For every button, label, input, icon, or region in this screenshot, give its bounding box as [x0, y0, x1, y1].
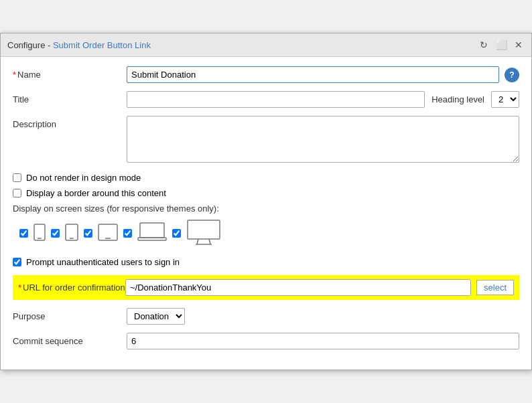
border-row: Display a border around this content: [13, 188, 519, 198]
border-label: Display a border around this content: [26, 188, 166, 198]
prompt-row: Prompt unauthenticated users to sign in: [13, 257, 519, 267]
screen-sizes-row: [19, 219, 519, 248]
heading-level-select[interactable]: 2 1 3 4 5 6: [491, 91, 519, 108]
name-required-star: *: [13, 70, 16, 80]
title-controls: Heading level 2 1 3 4 5 6: [127, 91, 519, 108]
screen-sizes-label: Display on screen sizes (for responsive …: [13, 204, 519, 214]
commit-sequence-input-col: [127, 333, 519, 349]
name-label: *Name: [13, 66, 127, 80]
url-required-star: *: [18, 283, 21, 293]
screen-laptop-checkbox[interactable]: [123, 229, 132, 238]
dialog-content: *Name ? Title Heading level 2 1 3 4: [1, 57, 531, 370]
help-button[interactable]: ?: [505, 68, 519, 82]
description-row: Description: [13, 116, 519, 165]
commit-sequence-input[interactable]: [127, 333, 519, 349]
title-input-col: Heading level 2 1 3 4 5 6: [127, 91, 519, 108]
name-input[interactable]: [127, 66, 499, 83]
heading-level-label: Heading level: [431, 94, 484, 104]
design-mode-label: Do not render in design mode: [26, 173, 141, 183]
desktop-icon: [186, 219, 221, 248]
border-checkbox[interactable]: [13, 189, 21, 197]
url-row: *URL for order confirmation select: [13, 275, 519, 300]
svg-line-10: [209, 239, 210, 244]
url-label: *URL for order confirmation: [18, 283, 125, 293]
screen-tablet-checkbox[interactable]: [84, 229, 92, 238]
title-input[interactable]: [127, 91, 425, 108]
prompt-label: Prompt unauthenticated users to sign in: [26, 257, 180, 267]
name-row: *Name ?: [13, 66, 519, 83]
description-input-col: [127, 116, 519, 165]
commit-sequence-label: Commit sequence: [13, 333, 127, 346]
tablet-icon: [98, 224, 118, 243]
purpose-label: Purpose: [13, 308, 127, 321]
screen-desktop-checkbox[interactable]: [172, 229, 181, 238]
title-bar-link[interactable]: Submit Order Button Link: [53, 40, 151, 50]
phone-icon: [34, 224, 46, 243]
commit-sequence-row: Commit sequence: [13, 333, 519, 349]
description-textarea[interactable]: [127, 116, 519, 163]
title-row: Title Heading level 2 1 3 4 5 6: [13, 91, 519, 108]
url-input[interactable]: [125, 279, 471, 296]
prompt-checkbox[interactable]: [13, 258, 21, 266]
title-bar: Configure - Submit Order Button Link ↻ ⬜…: [1, 33, 531, 57]
reload-icon[interactable]: ↻: [478, 39, 490, 51]
design-mode-row: Do not render in design mode: [13, 173, 519, 183]
purpose-row: Purpose Donation Order: [13, 308, 519, 325]
description-label: Description: [13, 116, 127, 129]
url-select-button[interactable]: select: [476, 280, 514, 295]
svg-rect-7: [138, 238, 166, 240]
title-bar-icons: ↻ ⬜ ✕: [478, 39, 525, 51]
dialog: Configure - Submit Order Button Link ↻ ⬜…: [0, 33, 532, 370]
screen-small-tablet-checkbox[interactable]: [51, 229, 60, 238]
name-input-col: ?: [127, 66, 519, 83]
close-icon[interactable]: ✕: [513, 39, 525, 51]
svg-rect-8: [188, 220, 220, 239]
maximize-icon[interactable]: ⬜: [495, 39, 507, 51]
svg-line-9: [197, 239, 198, 244]
small-tablet-icon: [65, 224, 78, 243]
design-mode-checkbox[interactable]: [13, 173, 21, 182]
title-label: Title: [13, 91, 127, 104]
laptop-icon: [137, 222, 167, 245]
title-bar-text: Configure - Submit Order Button Link: [7, 40, 151, 50]
purpose-select[interactable]: Donation Order: [127, 308, 185, 325]
svg-rect-6: [140, 223, 164, 238]
purpose-input-col: Donation Order: [127, 308, 519, 325]
screen-phone-checkbox[interactable]: [19, 229, 28, 238]
